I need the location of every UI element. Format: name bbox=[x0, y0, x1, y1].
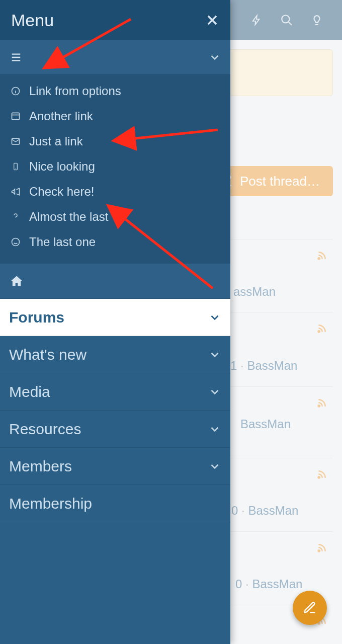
hamburger-icon bbox=[9, 52, 23, 63]
home-icon bbox=[9, 274, 24, 288]
chevron-down-icon[interactable] bbox=[208, 460, 221, 473]
option-just-a-link[interactable]: Just a link bbox=[0, 129, 230, 154]
option-label: Another link bbox=[29, 109, 93, 123]
nav-label: Members bbox=[9, 458, 72, 475]
option-nice-looking[interactable]: Nice looking bbox=[0, 154, 230, 179]
nav-resources[interactable]: Resources bbox=[0, 411, 230, 448]
nav-media[interactable]: Media bbox=[0, 373, 230, 411]
option-label: Nice looking bbox=[29, 159, 95, 174]
hamburger-row[interactable] bbox=[0, 40, 230, 74]
svg-rect-8 bbox=[12, 113, 20, 119]
info-icon bbox=[9, 86, 22, 96]
nav-forums[interactable]: Forums bbox=[0, 299, 230, 336]
menu-title: Menu bbox=[11, 11, 54, 30]
question-icon bbox=[9, 211, 22, 222]
nav-label: Forums bbox=[9, 309, 64, 326]
chevron-down-icon[interactable] bbox=[208, 348, 221, 361]
option-almost-the-last[interactable]: Almost the last bbox=[0, 204, 230, 229]
option-label: Just a link bbox=[29, 134, 83, 148]
menu-header: Menu bbox=[0, 0, 230, 40]
option-link-from-options[interactable]: Link from options bbox=[0, 78, 230, 104]
nav-membership[interactable]: Membership bbox=[0, 485, 230, 522]
window-icon bbox=[9, 111, 22, 121]
nav-home[interactable] bbox=[0, 264, 230, 299]
nav-label: Membership bbox=[9, 495, 92, 512]
option-label: Link from options bbox=[29, 84, 121, 98]
nav-label: What's new bbox=[9, 346, 87, 363]
option-label: The last one bbox=[29, 235, 96, 249]
options-list: Link from options Another link Just a li… bbox=[0, 74, 230, 264]
nav-members[interactable]: Members bbox=[0, 448, 230, 485]
option-label: Check here! bbox=[29, 185, 94, 199]
close-icon[interactable] bbox=[205, 13, 219, 27]
chevron-down-icon[interactable] bbox=[208, 311, 221, 324]
overlay-dim[interactable] bbox=[230, 0, 342, 644]
megaphone-icon bbox=[9, 187, 22, 197]
nav-label: Resources bbox=[9, 421, 81, 438]
svg-point-11 bbox=[12, 238, 20, 246]
chevron-down-icon[interactable] bbox=[208, 385, 221, 398]
option-label: Almost the last bbox=[29, 210, 108, 224]
compose-fab[interactable] bbox=[293, 591, 327, 625]
nav-whats-new[interactable]: What's new bbox=[0, 336, 230, 373]
smile-icon bbox=[9, 237, 22, 247]
mail-icon bbox=[9, 136, 22, 146]
option-the-last-one[interactable]: The last one bbox=[0, 229, 230, 255]
phone-icon bbox=[9, 161, 22, 172]
option-check-here[interactable]: Check here! bbox=[0, 179, 230, 204]
option-another-link[interactable]: Another link bbox=[0, 104, 230, 129]
side-menu: Menu Link from options Another link Just… bbox=[0, 0, 230, 644]
chevron-down-icon[interactable] bbox=[208, 423, 221, 436]
nav-label: Media bbox=[9, 383, 50, 400]
chevron-down-icon[interactable] bbox=[208, 51, 221, 64]
